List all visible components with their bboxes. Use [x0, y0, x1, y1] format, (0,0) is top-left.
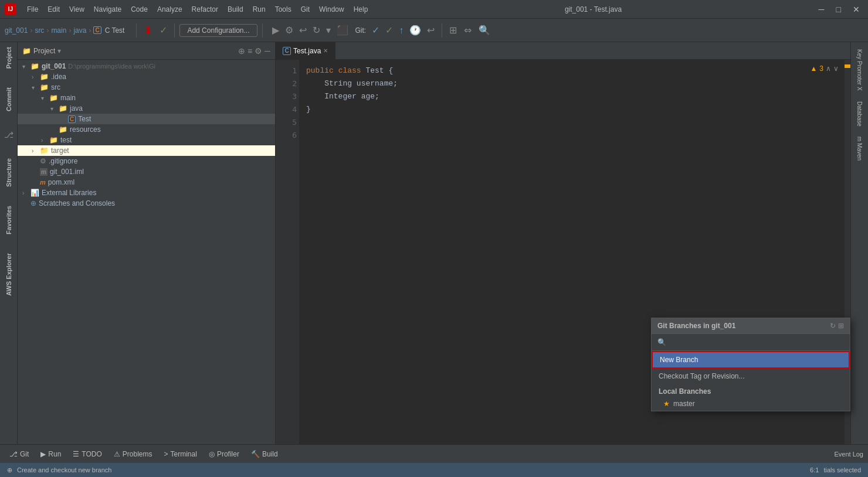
menu-analyze[interactable]: Analyze: [154, 4, 186, 15]
tree-scratches[interactable]: ⊕ Scratches and Consoles: [18, 198, 275, 209]
tab-problems[interactable]: ⚠ Problems: [109, 449, 157, 459]
tab-close-button[interactable]: ✕: [323, 47, 328, 54]
tree-iml[interactable]: m git_001.iml: [18, 166, 275, 177]
build-tab-icon: 🔨: [251, 450, 260, 458]
pom-icon: m: [40, 179, 46, 186]
menu-window[interactable]: Window: [316, 4, 348, 15]
minimize-button[interactable]: ─: [815, 4, 828, 15]
warning-up-btn[interactable]: ∧: [826, 64, 831, 73]
build-button[interactable]: ⚙: [283, 23, 296, 37]
tree-pom[interactable]: m pom.xml: [18, 177, 275, 188]
tree-test-class[interactable]: C Test: [18, 114, 275, 124]
breadcrumb-root[interactable]: git_001: [5, 26, 28, 35]
toolbar: git_001 › src › main › java › C C Test ⬇…: [0, 19, 868, 42]
project-icon[interactable]: Project: [3, 45, 15, 71]
panel-gear-icon[interactable]: ⚙: [255, 46, 262, 56]
todo-tab-icon: ☰: [73, 450, 79, 458]
menu-git[interactable]: Git: [297, 4, 313, 15]
menu-edit[interactable]: Edit: [44, 4, 63, 15]
favorites-icon[interactable]: Favorites: [3, 203, 15, 237]
menu-code[interactable]: Code: [127, 4, 151, 15]
search-icon[interactable]: 🔍: [476, 23, 493, 37]
tree-target[interactable]: › 📁 target: [18, 145, 275, 156]
close-button[interactable]: ✕: [849, 4, 863, 15]
local-branches-header: Local Branches: [652, 384, 850, 397]
panel-minimize-icon[interactable]: ─: [265, 46, 270, 56]
stop-button[interactable]: ⬛: [334, 23, 351, 37]
menu-help[interactable]: Help: [350, 4, 372, 15]
maven-icon[interactable]: m Maven: [854, 132, 865, 165]
window-title: git_001 - Test.java: [565, 5, 622, 13]
git-controls: Git: ✓ ✓ ↑ 🕐 ↩: [355, 23, 438, 37]
popup-search-input[interactable]: [656, 336, 845, 348]
git-check-icon[interactable]: ✓: [369, 23, 382, 37]
bookmark-icon[interactable]: ✓: [157, 23, 169, 37]
folder-icon: 📁: [22, 47, 31, 55]
tree-java[interactable]: ▾ 📁 java: [18, 103, 275, 114]
popup-search-icon: 🔍: [657, 338, 666, 346]
breadcrumb-main[interactable]: main: [51, 26, 66, 35]
menu-file[interactable]: File: [23, 4, 42, 15]
vcs-left-icon[interactable]: ⎇: [2, 128, 16, 142]
commit-icon[interactable]: Commit: [3, 85, 15, 114]
menu-build[interactable]: Build: [224, 4, 247, 15]
breadcrumb-src[interactable]: src: [35, 26, 44, 35]
warning-icon: ▲: [810, 64, 817, 73]
code-line-5: }: [306, 103, 843, 116]
vcs-icon[interactable]: ⊞: [447, 23, 459, 37]
tree-gitignore[interactable]: ⚙ .gitignore: [18, 156, 275, 166]
popup-expand-icon[interactable]: ⊞: [838, 322, 844, 330]
profiler-tab-label: Profiler: [217, 450, 239, 458]
project-panel: 📁 Project ▾ ⊕ ≡ ⚙ ─ ▾ 📁 git_001 D:\progr…: [18, 42, 276, 444]
panel-dropdown-icon[interactable]: ▾: [57, 47, 61, 55]
panel-scope-icon[interactable]: ⊕: [238, 46, 245, 56]
run-button[interactable]: ▶: [270, 23, 282, 37]
iml-name: git_001.iml: [50, 168, 84, 176]
maximize-button[interactable]: □: [833, 4, 845, 15]
debug-back-button[interactable]: ↩: [297, 23, 309, 37]
warning-down-btn[interactable]: ∨: [833, 64, 839, 73]
title-bar-left: IJ File Edit View Navigate Code Analyze …: [5, 4, 371, 15]
event-log-label[interactable]: Event Log: [834, 451, 863, 458]
database-icon[interactable]: Database: [854, 97, 865, 131]
tab-build[interactable]: 🔨 Build: [246, 449, 283, 459]
popup-refresh-icon[interactable]: ↻: [830, 322, 836, 330]
expand-icon[interactable]: ⇔: [462, 23, 474, 37]
checkout-tag-item[interactable]: Checkout Tag or Revision...: [652, 369, 850, 384]
tree-main[interactable]: ▾ 📁 main: [18, 93, 275, 103]
tree-src[interactable]: ▾ 📁 src: [18, 82, 275, 93]
menu-run[interactable]: Run: [249, 4, 269, 15]
tab-terminal[interactable]: > Terminal: [160, 449, 202, 459]
tree-root[interactable]: ▾ 📁 git_001 D:\programmings\idea work\Gi: [18, 61, 275, 71]
debug-forward-button[interactable]: ↻: [310, 23, 323, 37]
git-tick-icon[interactable]: ✓: [383, 23, 395, 37]
breadcrumb-test[interactable]: C Test: [105, 26, 125, 35]
tab-test-java[interactable]: C Test.java ✕: [276, 42, 335, 60]
dropdown-button[interactable]: ▾: [324, 23, 333, 37]
git-push-icon[interactable]: ↑: [396, 24, 406, 37]
aws-icon[interactable]: AWS Explorer: [3, 251, 15, 298]
breadcrumb-java[interactable]: java: [73, 26, 86, 35]
git-revert-icon[interactable]: ↩: [425, 23, 437, 37]
tree-test-folder[interactable]: › 📁 test: [18, 135, 275, 145]
problems-tab-icon: ⚠: [114, 450, 120, 458]
tab-git[interactable]: ⎇ Git: [5, 449, 33, 459]
tab-todo[interactable]: ☰ TODO: [68, 449, 106, 459]
tree-idea[interactable]: › 📁 .idea: [18, 71, 275, 82]
tab-profiler[interactable]: ◎ Profiler: [204, 449, 244, 459]
menu-refactor[interactable]: Refactor: [188, 4, 222, 15]
menu-navigate[interactable]: Navigate: [90, 4, 125, 15]
git-history-icon[interactable]: 🕐: [407, 23, 423, 37]
menu-tools[interactable]: Tools: [272, 4, 295, 15]
download-icon[interactable]: ⬇: [141, 23, 155, 38]
tree-external-libs[interactable]: › 📊 External Libraries: [18, 188, 275, 198]
key-promoter-icon[interactable]: Key Promoter X: [854, 45, 865, 96]
panel-filter-icon[interactable]: ≡: [247, 46, 252, 56]
structure-icon[interactable]: Structure: [3, 156, 15, 189]
add-configuration-button[interactable]: Add Configuration...: [179, 24, 257, 37]
menu-view[interactable]: View: [66, 4, 88, 15]
branch-master[interactable]: ★ master: [652, 397, 850, 411]
tab-run[interactable]: ▶ Run: [36, 449, 66, 459]
new-branch-item[interactable]: New Branch: [652, 351, 850, 369]
tree-resources[interactable]: 📁 resources: [18, 124, 275, 135]
